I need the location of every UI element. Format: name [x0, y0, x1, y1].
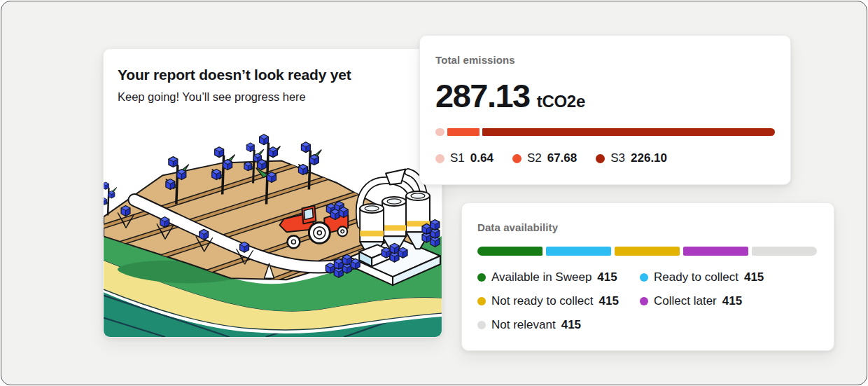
s2-swatch-icon [512, 154, 522, 163]
availability-bar-segment-ready [546, 247, 611, 256]
legend-item-s3: S3 226.10 [596, 151, 667, 165]
s1-swatch-icon [435, 154, 444, 163]
legend-value: 226.10 [631, 151, 667, 165]
data-availability-title: Data availability [477, 221, 818, 233]
report-empty-state-card: Your report doesn’t look ready yet Keep … [103, 48, 442, 338]
availability-bar-segment-collect-later [683, 247, 748, 256]
legend-label: S1 [450, 151, 465, 165]
legend-label: S3 [610, 151, 625, 165]
legend-label: Not ready to collect [491, 294, 594, 308]
availability-legend: Available in Sweep 415 Ready to collect … [477, 270, 818, 332]
legend-value: 0.64 [470, 151, 493, 165]
availability-stacked-bar [477, 247, 818, 256]
available-in-sweep-swatch-icon [477, 273, 486, 282]
legend-item-not-ready-to-collect: Not ready to collect 415 [477, 294, 640, 308]
collect-later-swatch-icon [640, 297, 648, 305]
emissions-stacked-bar [435, 128, 775, 136]
data-availability-card: Data availability Available in Sweep 415… [461, 202, 834, 351]
legend-label: Ready to collect [654, 270, 738, 284]
legend-label: S2 [527, 151, 542, 165]
total-emissions-unit: tCO2e [537, 92, 585, 111]
report-title: Your report doesn’t look ready yet [118, 67, 428, 83]
not-ready-to-collect-swatch-icon [477, 297, 486, 305]
ready-to-collect-swatch-icon [640, 273, 648, 282]
emissions-legend: S1 0.64 S2 67.68 S3 226.10 [435, 151, 775, 165]
emissions-bar-segment-s3 [482, 128, 775, 136]
report-subtitle: Keep going! You’ll see progress here [118, 90, 428, 104]
availability-bar-segment-available [477, 247, 542, 256]
legend-value: 415 [744, 270, 764, 284]
legend-value: 67.68 [547, 151, 578, 165]
availability-bar-segment-not-ready [615, 247, 680, 256]
legend-value: 415 [597, 270, 617, 284]
total-emissions-card: Total emissions 287.13 tCO2e S1 0.64 S2 … [419, 35, 791, 185]
emissions-bar-segment-s1 [435, 128, 444, 136]
legend-value: 415 [561, 318, 581, 332]
total-emissions-value: 287.13 [435, 76, 530, 115]
s3-swatch-icon [596, 154, 605, 163]
legend-item-available-in-sweep: Available in Sweep 415 [477, 270, 640, 284]
legend-label: Available in Sweep [491, 270, 592, 284]
legend-item-s1: S1 0.64 [435, 151, 493, 165]
legend-value: 415 [722, 294, 742, 308]
legend-value: 415 [599, 294, 619, 308]
app-canvas: Your report doesn’t look ready yet Keep … [1, 1, 867, 385]
total-emissions-value-row: 287.13 tCO2e [435, 76, 775, 115]
legend-item-ready-to-collect: Ready to collect 415 [640, 270, 818, 284]
availability-bar-segment-not-relevant [752, 247, 817, 256]
total-emissions-title: Total emissions [435, 54, 775, 66]
emissions-bar-segment-s2 [447, 128, 479, 136]
legend-item-s2: S2 67.68 [512, 151, 577, 165]
legend-label: Not relevant [491, 318, 556, 332]
legend-item-collect-later: Collect later 415 [640, 294, 818, 308]
legend-label: Collect later [654, 294, 717, 308]
legend-item-not-relevant: Not relevant 415 [477, 318, 640, 332]
not-relevant-swatch-icon [477, 321, 486, 329]
